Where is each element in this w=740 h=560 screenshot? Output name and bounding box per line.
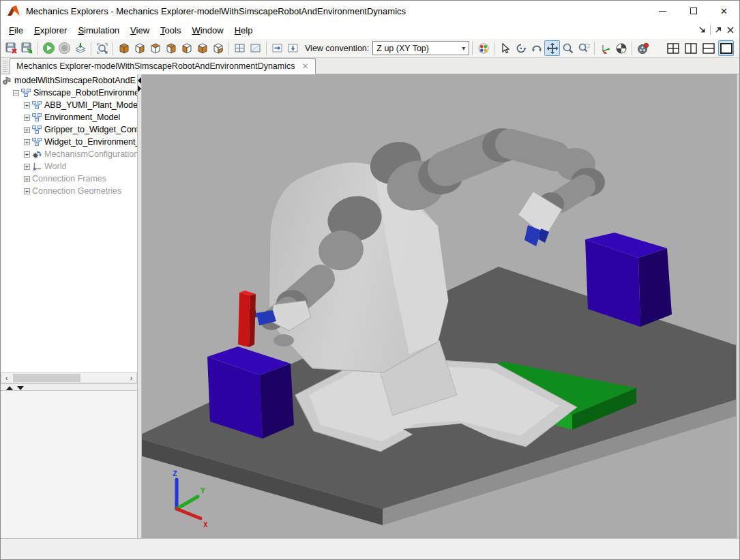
minimize-button[interactable] — [647, 1, 678, 21]
frame-display-button[interactable] — [597, 40, 613, 56]
scroll-right-icon[interactable]: › — [126, 373, 136, 383]
expand-icon[interactable]: + — [24, 127, 30, 133]
expand-icon[interactable]: + — [24, 151, 30, 158]
splitter-right-icon[interactable] — [138, 85, 141, 92]
toolbar-separator — [632, 42, 632, 55]
expand-icon[interactable]: + — [24, 102, 30, 108]
layout-two-columns-button[interactable] — [683, 40, 698, 56]
tree-item[interactable]: +ABB_YUMI_Plant_Model — [1, 99, 137, 111]
pan-tool-button[interactable] — [544, 40, 560, 56]
view-convention-value: Z up (XY Top) — [376, 44, 429, 53]
global-sphere-button[interactable] — [613, 40, 629, 56]
splitter-up-icon[interactable] — [6, 386, 13, 390]
tab-mechanics-explorer[interactable]: Mechanics Explorer-modelWithSimscapeRobo… — [10, 58, 316, 74]
viewports-four-button[interactable] — [232, 40, 248, 56]
tree-item[interactable]: +MechanismConfiguration — [1, 148, 137, 160]
scrollbar-track[interactable] — [12, 373, 126, 383]
menu-help[interactable]: Help — [229, 23, 258, 38]
tree-item[interactable]: +Connection Frames — [1, 173, 137, 185]
expand-icon[interactable]: + — [24, 139, 30, 145]
pane-arrow-down-button[interactable] — [285, 40, 301, 56]
tree-item[interactable]: modelWithSimscapeRobotAndE — [1, 74, 137, 87]
tree-splitter[interactable] — [1, 383, 137, 391]
splitter-left-icon[interactable] — [138, 77, 141, 84]
tree-item-label: Gripper_to_Widget_Conta — [44, 125, 137, 134]
dock-icon[interactable] — [698, 25, 707, 35]
right-wrist-link — [560, 186, 584, 201]
close-button[interactable]: ✕ — [709, 1, 739, 21]
close-icon: ✕ — [720, 6, 728, 16]
fit-to-view-button[interactable] — [94, 40, 110, 56]
3d-viewport[interactable]: Z Y X — [142, 74, 736, 538]
orbit-tool-button[interactable] — [513, 40, 529, 56]
model-tree: modelWithSimscapeRobotAndE−Simscape_Robo… — [1, 74, 137, 372]
viewport-right-strip — [736, 74, 740, 538]
menu-view[interactable]: View — [125, 23, 155, 38]
view-convention-label: View convention: — [305, 44, 369, 53]
tab-label: Mechanics Explorer-modelWithSimscapeRobo… — [16, 61, 295, 71]
toolbar-separator — [594, 42, 595, 55]
tree-item-label: MechanismConfiguration — [44, 149, 137, 159]
stop-button[interactable] — [57, 40, 72, 56]
layout-single-button[interactable] — [718, 40, 734, 56]
toolbar-separator — [494, 42, 494, 55]
scrollbar-thumb[interactable] — [13, 374, 80, 382]
tree-item[interactable]: +Widget_to_Environment_ — [1, 136, 137, 148]
view-convention-select[interactable]: Z up (XY Top) ▾ — [372, 41, 469, 55]
scroll-left-icon[interactable]: ‹ — [1, 373, 12, 383]
play-button[interactable] — [41, 40, 57, 56]
menu-file[interactable]: File — [3, 23, 29, 38]
export-animation-button[interactable] — [72, 40, 88, 56]
menu-explorer[interactable]: Explorer — [29, 23, 72, 38]
mechanics-explorers-window: Mechanics Explorers - Mechanics Explorer… — [0, 0, 740, 560]
tree-horizontal-scrollbar[interactable]: ‹ › — [1, 372, 137, 383]
menu-simulation[interactable]: Simulation — [72, 23, 125, 38]
layout-two-rows-button[interactable] — [700, 40, 716, 56]
menu-window[interactable]: Window — [186, 23, 228, 38]
vertical-splitter[interactable] — [137, 74, 142, 538]
view-isometric-button[interactable] — [116, 40, 132, 56]
pane-arrow-right-button[interactable] — [269, 40, 285, 56]
maximize-button[interactable] — [678, 1, 709, 21]
tree-item-label: Connection Frames — [32, 174, 106, 183]
collapse-icon[interactable]: − — [13, 90, 19, 96]
view-left-button[interactable] — [194, 40, 210, 56]
view-top-button[interactable] — [163, 40, 179, 56]
roll-tool-button[interactable] — [529, 40, 544, 56]
zoom-tool-button[interactable] — [560, 40, 576, 56]
layout-four-button[interactable] — [665, 40, 681, 56]
tree-item-label: Environment_Model — [44, 113, 120, 122]
mechconfig-icon — [32, 149, 42, 159]
menu-tools[interactable]: Tools — [155, 23, 186, 38]
tab-bar: Mechanics Explorer-modelWithSimscapeRobo… — [1, 58, 739, 74]
expand-icon[interactable]: + — [24, 115, 30, 121]
tree-item[interactable]: +Gripper_to_Widget_Conta — [1, 123, 137, 136]
scene-color-button[interactable] — [475, 40, 491, 56]
expand-icon[interactable]: + — [24, 164, 30, 170]
save-discard-button[interactable] — [3, 40, 19, 56]
tree-item[interactable]: +Connection Geometries — [1, 185, 137, 197]
view-right-button[interactable] — [210, 40, 226, 56]
close-panel-icon[interactable] — [726, 25, 735, 35]
splitter-down-icon[interactable] — [17, 386, 24, 390]
tree-item[interactable]: −Simscape_RobotEnvironment — [1, 87, 137, 99]
toolbar-separator — [38, 42, 38, 55]
toolbar-separator — [266, 42, 267, 55]
red-widget-front — [238, 293, 250, 347]
record-video-button[interactable] — [635, 40, 651, 56]
view-front-button[interactable] — [132, 40, 147, 56]
tree-item[interactable]: +World — [1, 160, 137, 173]
save-export-button[interactable] — [19, 40, 35, 56]
tab-close-icon[interactable]: ✕ — [302, 61, 309, 71]
select-tool-button[interactable] — [497, 40, 513, 56]
undock-icon[interactable] — [713, 25, 723, 35]
viewports-single-button[interactable] — [248, 40, 263, 56]
tree-item-label: ABB_YUMI_Plant_Model — [44, 100, 137, 110]
expand-icon[interactable]: + — [24, 176, 30, 182]
tree-item[interactable]: +Environment_Model — [1, 111, 137, 123]
expand-icon[interactable]: + — [24, 188, 30, 194]
tab-grip-handle[interactable] — [3, 61, 8, 72]
view-back-button[interactable] — [147, 40, 163, 56]
view-bottom-button[interactable] — [179, 40, 194, 56]
zoom-region-tool-button[interactable] — [576, 40, 591, 56]
